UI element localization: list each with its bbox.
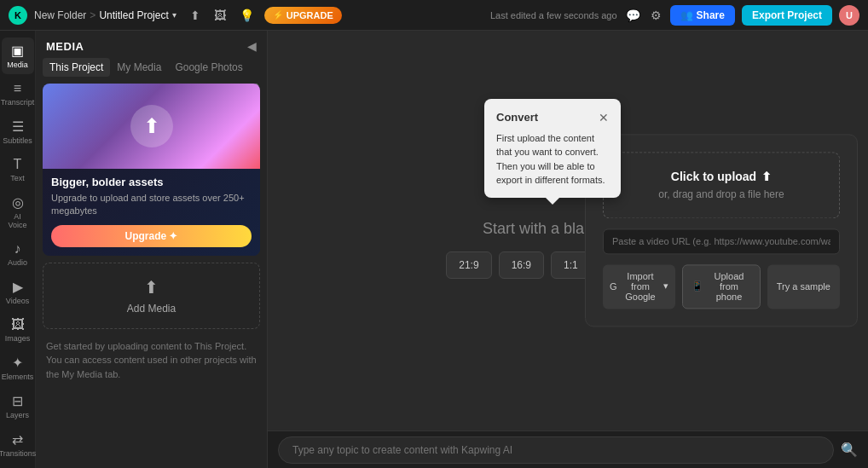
breadcrumb: New Folder > Untitled Project ▾ — [34, 9, 176, 21]
sidebar-item-videos[interactable]: ▶ Videos — [2, 274, 34, 310]
upgrade-card-description: Upgrade to upload and store assets over … — [51, 192, 252, 218]
sidebar-item-media[interactable]: ▣ Media — [2, 38, 34, 74]
sidebar-header: MEDIA ◀ — [36, 31, 267, 58]
upload-url-input[interactable] — [603, 228, 840, 254]
ai-voice-icon: ◎ — [12, 194, 24, 211]
bulb-icon[interactable]: 💡 — [236, 7, 258, 24]
sidebar-item-transitions[interactable]: ⇄ Transitions — [2, 426, 34, 463]
ai-voice-label: AI Voice — [5, 212, 31, 229]
sidebar-title: MEDIA — [46, 40, 84, 53]
canvas-area: Start with a blank canvas 21:9 16:9 1:1 … — [268, 31, 868, 468]
ratio-16-9[interactable]: 16:9 — [499, 251, 544, 279]
upgrade-card-image: ⬆ — [43, 84, 260, 169]
avatar[interactable]: U — [839, 5, 859, 26]
transitions-icon: ⇄ — [12, 431, 23, 448]
export-button[interactable]: Export Project — [742, 5, 832, 26]
app-logo: K — [9, 6, 27, 25]
subtitles-label: Subtitles — [3, 136, 32, 145]
sidebar-item-templates[interactable]: ⊞ Templates — [2, 465, 34, 468]
google-icon: G — [610, 281, 617, 292]
text-icon: T — [14, 157, 22, 172]
topbar-actions: ⬆ 🖼 💡 — [187, 7, 258, 24]
layers-label: Layers — [6, 411, 29, 419]
upgrade-card-title: Bigger, bolder assets — [51, 176, 252, 188]
share-icon: 👥 — [680, 9, 693, 21]
sidebar-item-audio[interactable]: ♪ Audio — [2, 236, 34, 272]
image-icon[interactable]: 🖼 — [211, 7, 229, 24]
settings-icon[interactable]: ⚙ — [649, 7, 663, 24]
sidebar-info-text: Get started by uploading content to This… — [36, 336, 267, 385]
audio-label: Audio — [8, 258, 27, 267]
search-icon[interactable]: 🔍 — [841, 442, 858, 458]
folder-name: New Folder — [34, 9, 86, 21]
sidebar: MEDIA ◀ This Project My Media Google Pho… — [36, 31, 268, 468]
add-media-button[interactable]: ⬆ Add Media — [43, 263, 260, 329]
transcript-label: Transcript — [1, 98, 35, 107]
sidebar-item-transcript[interactable]: ≡ Transcript — [2, 76, 34, 112]
subtitles-icon: ☰ — [12, 118, 24, 135]
sidebar-item-text[interactable]: T Text — [2, 152, 34, 188]
media-label: Media — [7, 61, 28, 69]
upload-drag-drop-text: or, drag and drop a file here — [658, 188, 784, 200]
sidebar-item-subtitles[interactable]: ☰ Subtitles — [2, 113, 34, 150]
bottom-ai-bar: 🔍 — [268, 430, 868, 468]
convert-title-text: Convert — [496, 109, 538, 126]
sidebar-item-elements[interactable]: ✦ Elements — [2, 350, 34, 386]
main-layout: ▣ Media ≡ Transcript ☰ Subtitles T Text … — [0, 31, 868, 468]
convert-tooltip: Convert ✕ First upload the content that … — [484, 99, 621, 198]
left-nav: ▣ Media ≡ Transcript ☰ Subtitles T Text … — [0, 31, 36, 468]
upload-arrow-icon: ⬆ — [761, 170, 772, 183]
elements-icon: ✦ — [12, 355, 23, 371]
upload-click-title: Click to upload ⬆ — [671, 170, 772, 183]
topbar: K New Folder > Untitled Project ▾ ⬆ 🖼 💡 … — [0, 0, 868, 31]
try-sample-button[interactable]: Try a sample — [767, 264, 840, 309]
import-google-button[interactable]: G Import from Google ▾ — [603, 264, 675, 309]
tab-this-project[interactable]: This Project — [43, 58, 110, 77]
text-label: Text — [10, 174, 25, 182]
sidebar-collapse-button[interactable]: ◀ — [247, 39, 257, 53]
breadcrumb-separator: > — [90, 9, 95, 21]
media-icon: ▣ — [11, 43, 24, 59]
images-icon: 🖼 — [11, 317, 25, 332]
tab-my-media[interactable]: My Media — [110, 58, 168, 77]
layers-icon: ⊟ — [12, 393, 23, 409]
phone-icon: 📱 — [692, 280, 703, 292]
videos-icon: ▶ — [13, 279, 23, 295]
convert-tooltip-header: Convert ✕ — [496, 109, 609, 126]
transcript-icon: ≡ — [14, 81, 21, 96]
sidebar-tabs: This Project My Media Google Photos — [36, 58, 267, 84]
convert-close-button[interactable]: ✕ — [599, 112, 609, 124]
ratio-21-9[interactable]: 21:9 — [446, 251, 491, 279]
chat-icon[interactable]: 💬 — [624, 7, 642, 24]
convert-tooltip-body: First upload the content that you want t… — [496, 133, 605, 186]
topbar-right: Last edited a few seconds ago 💬 ⚙ 👥 Shar… — [490, 5, 859, 26]
project-chevron-icon[interactable]: ▾ — [172, 10, 176, 20]
upload-panel: Click to upload ⬆ or, drag and drop a fi… — [585, 134, 858, 326]
project-name: Untitled Project — [99, 9, 168, 21]
upload-icon[interactable]: ⬆ — [187, 7, 204, 24]
upload-actions: G Import from Google ▾ 📱 Upload from pho… — [603, 264, 840, 309]
upgrade-card-button[interactable]: Upgrade ✦ — [51, 225, 252, 247]
share-button[interactable]: 👥 Share — [670, 5, 735, 26]
last-edited-text: Last edited a few seconds ago — [490, 10, 617, 20]
upload-arrow-icon: ⬆ — [144, 277, 159, 298]
tab-google-photos[interactable]: Google Photos — [168, 58, 249, 77]
lightning-icon: ⚡ — [273, 10, 283, 20]
audio-icon: ♪ — [14, 241, 21, 257]
add-media-label: Add Media — [127, 303, 176, 315]
upgrade-card-illustration: ⬆ — [130, 105, 173, 147]
sidebar-item-images[interactable]: 🖼 Images — [2, 312, 34, 348]
sidebar-item-ai-voice[interactable]: ◎ AI Voice — [2, 189, 34, 234]
upgrade-button[interactable]: ⚡ UPGRADE — [264, 7, 342, 24]
transitions-label: Transitions — [0, 449, 36, 458]
upload-phone-button[interactable]: 📱 Upload from phone — [682, 264, 760, 309]
upload-drop-zone[interactable]: Click to upload ⬆ or, drag and drop a fi… — [603, 152, 840, 218]
videos-label: Videos — [6, 297, 29, 305]
sidebar-item-layers[interactable]: ⊟ Layers — [2, 388, 34, 425]
images-label: Images — [5, 334, 31, 343]
elements-label: Elements — [2, 373, 34, 381]
upgrade-card-content: Bigger, bolder assets Upgrade to upload … — [43, 169, 260, 256]
ai-input[interactable] — [278, 436, 834, 464]
upgrade-card: ⬆ Bigger, bolder assets Upgrade to uploa… — [43, 84, 260, 256]
dropdown-chevron-icon: ▾ — [663, 280, 668, 292]
